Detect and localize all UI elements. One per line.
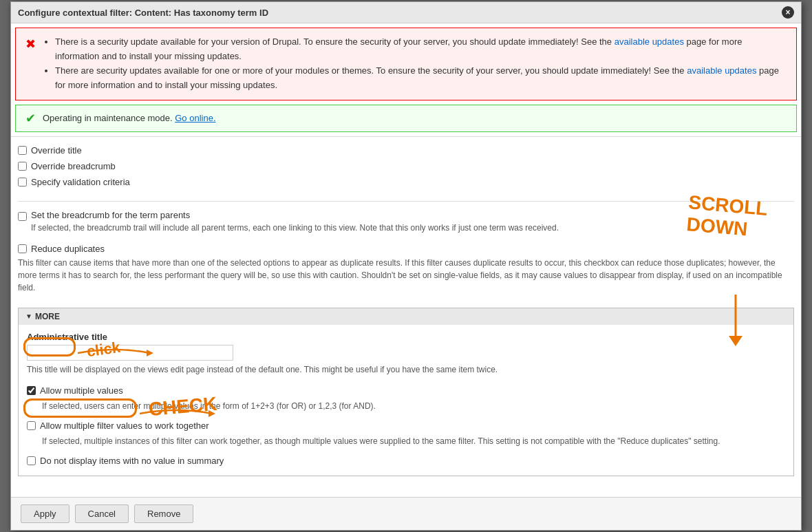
specify-validation-checkbox[interactable] — [18, 178, 27, 187]
override-breadcrumb-row: Override breadcrumb — [18, 158, 794, 174]
go-online-link[interactable]: Go online. — [175, 113, 215, 123]
override-title-label[interactable]: Override title — [31, 145, 82, 156]
allow-multiple-together-row: Allow multiple filter values to work tog… — [27, 418, 785, 434]
available-updates-link-1[interactable]: available updates — [615, 36, 684, 47]
allow-multiple-row: Allow multiple values — [27, 383, 785, 398]
apply-button[interactable]: Apply — [21, 504, 70, 523]
available-updates-link-2[interactable]: available updates — [687, 65, 756, 76]
no-value-summary-row: Do not display items with no value in su… — [27, 453, 785, 469]
override-title-row: Override title — [18, 142, 794, 158]
reduce-duplicates-section: Reduce duplicates This filter can cause … — [18, 241, 794, 301]
more-header[interactable]: ▼ MORE — [19, 308, 793, 325]
close-button[interactable]: × — [782, 6, 794, 19]
allow-multiple-checkbox[interactable] — [27, 386, 36, 395]
specify-validation-row: Specify validation criteria — [18, 174, 794, 190]
set-breadcrumb-help: If selected, the breadcrumb trail will i… — [31, 222, 559, 234]
more-label: MORE — [35, 312, 60, 321]
error-alert: ✖ There is a security update available f… — [15, 28, 797, 100]
error-item-2: There are security updates available for… — [55, 64, 787, 93]
admin-title-label: Administrative title — [27, 332, 785, 342]
reduce-duplicates-label[interactable]: Reduce duplicates — [31, 244, 105, 254]
dialog-title-bar: Configure contextual filter: Content: Ha… — [11, 2, 801, 23]
more-section: ▼ MORE Administrative title This title w… — [18, 308, 794, 476]
no-value-summary-checkbox[interactable] — [27, 456, 36, 465]
allow-multiple-together-label[interactable]: Allow multiple filter values to work tog… — [40, 421, 209, 431]
allow-multiple-label[interactable]: Allow multiple values — [40, 385, 123, 396]
cancel-button[interactable]: Cancel — [75, 504, 129, 523]
override-breadcrumb-label[interactable]: Override breadcrumb — [31, 161, 116, 171]
reduce-duplicates-help: This filter can cause items that have mo… — [18, 257, 794, 294]
allow-multiple-help: If selected, users can enter multiple va… — [42, 400, 785, 412]
more-arrow-icon: ▼ — [25, 312, 32, 320]
maintenance-text: Operating in maintenance mode. Go online… — [43, 113, 216, 123]
override-breadcrumb-checkbox[interactable] — [18, 162, 27, 171]
admin-title-input[interactable] — [27, 345, 233, 361]
more-content: Administrative title This title will be … — [19, 325, 793, 476]
allow-multiple-together-checkbox[interactable] — [27, 421, 36, 430]
error-list: There is a security update available for… — [43, 35, 787, 92]
dialog-body[interactable]: Override title Override breadcrumb Speci… — [11, 136, 801, 497]
no-value-summary-label[interactable]: Do not display items with no value in su… — [40, 456, 224, 466]
set-breadcrumb-label[interactable]: Set the breadcrumb for the term parents — [31, 210, 190, 220]
set-breadcrumb-checkbox[interactable] — [18, 212, 27, 221]
maintenance-alert: ✔ Operating in maintenance mode. Go onli… — [15, 105, 797, 132]
error-icon: ✖ — [25, 36, 36, 52]
dialog-title: Configure contextual filter: Content: Ha… — [18, 8, 268, 18]
reduce-duplicates-row: Reduce duplicates — [18, 244, 794, 254]
dialog-footer: Apply Cancel Remove — [11, 497, 801, 530]
override-title-checkbox[interactable] — [18, 146, 27, 155]
reduce-duplicates-checkbox[interactable] — [18, 244, 27, 253]
set-breadcrumb-row: Set the breadcrumb for the term parents … — [18, 207, 794, 241]
success-icon: ✔ — [25, 111, 36, 126]
remove-button[interactable]: Remove — [134, 504, 193, 523]
error-item-1: There is a security update available for… — [55, 35, 787, 64]
admin-title-help: This title will be displayed on the view… — [27, 363, 785, 376]
checkboxes-section: Override title Override breadcrumb Speci… — [18, 137, 794, 195]
allow-multiple-together-help: If selected, multiple instances of this … — [42, 435, 785, 447]
specify-validation-label[interactable]: Specify validation criteria — [31, 177, 130, 187]
